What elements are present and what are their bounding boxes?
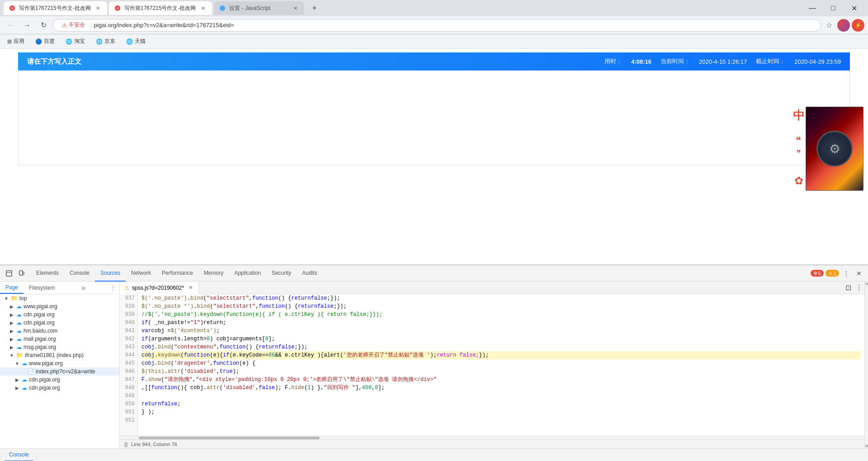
code-token: () { <box>245 343 259 351</box>
tree-item-www-pigai[interactable]: ▶ ☁ www.pigai.org <box>0 302 119 310</box>
page-body[interactable] <box>18 71 850 165</box>
tree-expand-hm: ▶ <box>9 328 14 334</box>
code-token: 0 <box>207 335 210 343</box>
h-scrollbar-thumb[interactable] <box>139 437 320 439</box>
extension-button[interactable]: ⚡ <box>852 19 864 32</box>
tree-item-hm-baidu[interactable]: ▶ ☁ hm.baidu.com <box>0 327 119 335</box>
code-token: }); <box>337 302 347 310</box>
tree-item-top[interactable]: ▼ 📁 top <box>0 294 119 302</box>
back-button[interactable]: ← <box>4 18 18 33</box>
tree-item-iframe-www[interactable]: ▼ ☁ www.pigai.org <box>0 359 119 367</box>
code-lines: $('.no_paste').bind("selectstart", funct… <box>138 294 864 436</box>
inspect-element-button[interactable] <box>4 268 14 279</box>
forward-button[interactable]: → <box>20 18 34 33</box>
code-token: "selectstart" <box>207 294 249 302</box>
split-panel-button[interactable]: ⋮ <box>854 282 864 293</box>
line-number-939: 939 <box>123 310 135 319</box>
devtools-more-button[interactable]: ⋮ <box>841 268 852 279</box>
vertical-scrollbar[interactable] <box>864 282 868 448</box>
code-editor: ⚠ spss.js?d=20190602* ✕ ⊡ ⋮ 937938939940… <box>120 282 864 448</box>
code-token: return <box>142 400 161 408</box>
maximize-button[interactable]: □ <box>823 0 844 16</box>
code-tab-spss[interactable]: ⚠ spss.js?d=20190602* ✕ <box>120 282 199 294</box>
devtools-close-button[interactable]: ✕ <box>854 268 864 279</box>
file-tree: ▼ 📁 top ▶ ☁ www.pigai.org ▶ ☁ cdn.p <box>0 294 119 448</box>
tree-item-cdn-4[interactable]: ▶ ☁ cdn.pigai.org <box>0 384 119 392</box>
tree-menu-buttons: ⋮ <box>107 282 119 294</box>
code-token: cobj <box>142 359 155 367</box>
code-line-940: if( _no_paste!="1") return; <box>142 319 861 327</box>
tab-application[interactable]: Application <box>229 265 266 282</box>
tree-item-index-php[interactable]: ▶ 📄 index.php?c=v2&a=write <box>0 367 119 376</box>
security-warning[interactable]: ⚠ 不安全 <box>58 19 89 31</box>
code-token: return <box>298 302 317 310</box>
tab-3[interactable]: 设置 - JavaScript ✕ <box>214 1 304 15</box>
code-token: "contextmenu" <box>174 343 217 351</box>
tab-security[interactable]: Security <box>266 265 297 282</box>
minimize-button[interactable]: — <box>802 0 823 16</box>
code-token: "<div style='padding:10px 0 20px 0;'>老师启… <box>196 376 437 384</box>
tab-network[interactable]: Network <box>126 265 156 282</box>
tab-elements[interactable]: Elements <box>31 265 64 282</box>
code-token: return <box>203 319 223 327</box>
cloud-icon-cdn2: ☁ <box>16 320 22 326</box>
sources-tab-more[interactable]: » <box>78 282 89 294</box>
tree-item-msg-pigai[interactable]: ▶ ☁ msg.pigai.org <box>0 343 119 351</box>
tab-2[interactable]: ✕ 写作第1767215号作文-批改网 ✕ <box>109 1 212 15</box>
code-token: . <box>155 359 158 367</box>
bookmark-taobao[interactable]: 🌐 淘宝 <box>62 37 89 46</box>
device-toolbar-button[interactable] <box>16 268 27 279</box>
bookmark-star-button[interactable]: ☆ <box>823 19 835 32</box>
console-tab-label: Console <box>9 452 29 458</box>
tree-item-iframe[interactable]: ▼ 📁 iframe01861 (index.php) <box>0 351 119 359</box>
tab-1[interactable]: ✕ 写作第1767215号作文-批改网 ✕ <box>4 1 107 15</box>
address-bar[interactable]: ⚠ 不安全 | pigai.org/index.php?c=v2&a=write… <box>52 19 821 32</box>
line-number-948: 948 <box>123 384 135 392</box>
tree-item-cdn-pigai-2[interactable]: ▶ ☁ cdn.pigai.org <box>0 319 119 327</box>
bookmark-jd[interactable]: 🌐 京东 <box>92 37 119 46</box>
tree-item-cdn-pigai-1[interactable]: ▶ ☁ cdn.pigai.org <box>0 310 119 319</box>
tree-item-mall-pigai[interactable]: ▶ ☁ mall.pigai.org <box>0 335 119 343</box>
tree-item-cdn-3[interactable]: ▶ ☁ cdn.pigai.org <box>0 376 119 384</box>
close-button[interactable]: ✕ <box>844 0 864 16</box>
bookmark-apps[interactable]: ⊞ 应用 <box>4 37 28 46</box>
tab-3-close[interactable]: ✕ <box>292 5 299 12</box>
code-token: ; <box>334 302 337 310</box>
expand-code-panel-button[interactable]: ⊡ <box>843 282 854 293</box>
code-token: ]; <box>269 335 275 343</box>
code-token: true <box>220 367 233 376</box>
code-token: , <box>249 294 252 302</box>
tab-performance[interactable]: Performance <box>156 265 198 282</box>
sources-tabs: Page Filesystem » ⋮ <box>0 282 119 294</box>
tab-audits[interactable]: Audits <box>297 265 322 282</box>
tree-label-msg: msg.pigai.org <box>24 344 116 350</box>
sources-tab-filesystem[interactable]: Filesystem <box>24 282 60 294</box>
bookmark-tianmao[interactable]: 🌐 天猫 <box>123 37 149 46</box>
code-tab-close-button[interactable]: ✕ <box>187 284 194 292</box>
code-content[interactable]: 9379389399409419429439449459469479489499… <box>120 294 864 436</box>
line-number-952: 952 <box>123 416 135 424</box>
profile-button[interactable] <box>837 19 850 32</box>
cloud-icon-cdn1: ☁ <box>16 311 22 318</box>
taobao-icon: 🌐 <box>66 38 72 45</box>
tab-console[interactable]: Console <box>64 265 95 282</box>
tree-kebab-button[interactable]: ⋮ <box>108 283 118 292</box>
console-tab[interactable]: Console <box>5 449 33 461</box>
tab-sources[interactable]: Sources <box>95 265 126 282</box>
code-token: , <box>210 359 213 367</box>
code-token: 1 <box>307 384 311 392</box>
code-token: $('.no_paste *') <box>142 302 193 310</box>
code-token: bind <box>158 359 171 367</box>
horizontal-scrollbar[interactable] <box>120 436 864 439</box>
line-number-951: 951 <box>123 408 135 416</box>
code-token: 400 <box>362 384 372 392</box>
tab-1-close[interactable]: ✕ <box>94 5 102 12</box>
reload-button[interactable]: ↻ <box>36 18 51 33</box>
tab-2-close[interactable]: ✕ <box>199 5 207 12</box>
error-count: 5 <box>818 271 821 276</box>
tab-memory[interactable]: Memory <box>198 265 229 282</box>
code-token: , <box>193 376 196 384</box>
new-tab-button[interactable]: + <box>308 2 321 14</box>
bookmark-baidu[interactable]: 🔵 百度 <box>32 37 58 46</box>
sources-tab-page[interactable]: Page <box>0 282 24 294</box>
